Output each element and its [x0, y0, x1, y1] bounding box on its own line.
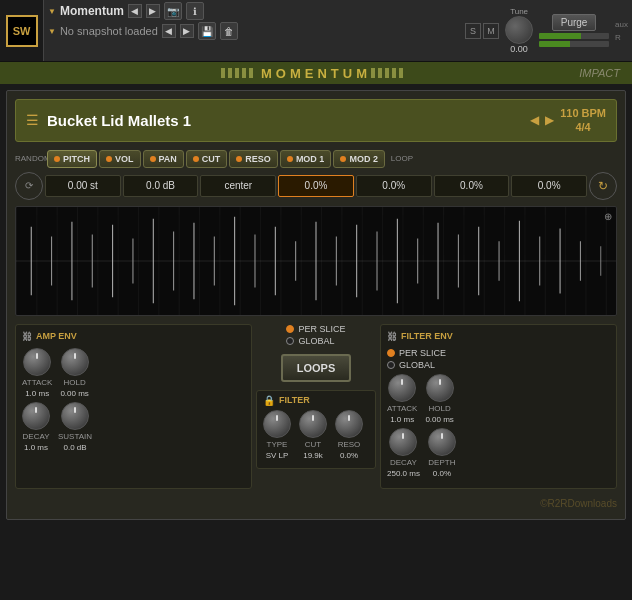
loop-label: LOOP: [387, 154, 417, 163]
filter-cut-knob[interactable]: [299, 410, 327, 438]
pitch-button[interactable]: PITCH: [47, 150, 97, 168]
loops-button[interactable]: LOOPS: [281, 354, 352, 382]
mod1-value[interactable]: 0.0%: [434, 175, 510, 197]
mod2-value[interactable]: 0.0%: [511, 175, 587, 197]
fenv-attack-value: 1.0 ms: [390, 415, 414, 424]
tune-value: 0.00: [510, 44, 528, 54]
m-button[interactable]: M: [483, 23, 499, 39]
snapshot-dropdown-arrow[interactable]: ▼: [48, 27, 56, 36]
sw-logo-inner: SW: [6, 15, 38, 47]
fenv-decay-knob[interactable]: [389, 428, 417, 456]
s-button[interactable]: S: [465, 23, 481, 39]
cut-button[interactable]: CUT: [186, 150, 228, 168]
global-radio-left[interactable]: GLOBAL: [286, 336, 345, 346]
tune-area: Tune 0.00: [505, 7, 533, 54]
preset-prev[interactable]: ◀: [530, 113, 539, 127]
menu-icon[interactable]: ☰: [26, 112, 39, 128]
reso-dot: [236, 156, 242, 162]
per-slice-label-left: PER SLICE: [298, 324, 345, 334]
snapshot-prev[interactable]: ◀: [162, 24, 176, 38]
filter-reso-knob[interactable]: [335, 410, 363, 438]
mod1-button[interactable]: MOD 1: [280, 150, 332, 168]
instrument-prev[interactable]: ◀: [128, 4, 142, 18]
fenv-depth-knob[interactable]: [428, 428, 456, 456]
tune-knob[interactable]: [505, 16, 533, 44]
amp-sustain-knob[interactable]: [61, 402, 89, 430]
per-slice-dot-right: [387, 349, 395, 357]
amp-hold-knob[interactable]: [61, 348, 89, 376]
camera-icon[interactable]: 📷: [164, 2, 182, 20]
filter-lock-icon[interactable]: 🔒: [263, 395, 275, 406]
pan-value[interactable]: center: [200, 175, 276, 197]
filter-reso-label: RESO: [338, 440, 361, 449]
impact-label: IMPACT: [579, 67, 620, 79]
instrument-dropdown-arrow[interactable]: ▼: [48, 7, 56, 16]
fenv-depth-value: 0.0%: [433, 469, 451, 478]
level-bars: [539, 33, 609, 47]
snapshot-save-icon[interactable]: 💾: [198, 22, 216, 40]
level-bar-2: [539, 41, 609, 47]
filter-cut-group: CUT 19.9k: [299, 410, 327, 460]
dot4: [242, 68, 246, 78]
bpm-display: 110 BPM 4/4: [560, 106, 606, 135]
pan-button[interactable]: PAN: [143, 150, 184, 168]
amp-attack-value: 1.0 ms: [25, 389, 49, 398]
preset-name: Bucket Lid Mallets 1: [47, 112, 191, 129]
instrument-next[interactable]: ▶: [146, 4, 160, 18]
reso-button[interactable]: RESO: [229, 150, 278, 168]
loop-button[interactable]: ↻: [589, 172, 617, 200]
r-label: R: [615, 33, 628, 42]
filter-env-chain-icon: ⛓: [387, 331, 397, 342]
cut-value[interactable]: 0.0%: [278, 175, 354, 197]
per-slice-radio-left[interactable]: PER SLICE: [286, 324, 345, 334]
pitch-dot: [54, 156, 60, 162]
snapshot-label: No snapshot loaded: [60, 25, 158, 37]
per-slice-radio-right[interactable]: PER SLICE: [387, 348, 446, 358]
title-dots-left: [221, 68, 253, 78]
filter-reso-value: 0.0%: [340, 451, 358, 460]
snapshot-delete-icon[interactable]: 🗑: [220, 22, 238, 40]
random-icon[interactable]: ⟳: [15, 172, 43, 200]
fenv-hold-knob[interactable]: [426, 374, 454, 402]
global-label-left: GLOBAL: [298, 336, 334, 346]
filter-header: 🔒 FILTER: [263, 395, 369, 406]
sw-logo: SW: [0, 0, 44, 61]
title-band: MOMENTUM IMPACT: [0, 62, 632, 84]
amp-attack-group: ATTACK 1.0 ms: [22, 348, 52, 398]
snapshot-next[interactable]: ▶: [180, 24, 194, 38]
fenv-depth-label: DEPTH: [428, 458, 455, 467]
amp-attack-label: ATTACK: [22, 378, 52, 387]
dot10: [399, 68, 403, 78]
param-values-row: ⟳ 0.00 st 0.0 dB center 0.0% 0.0% 0.0% 0…: [15, 172, 617, 200]
filter-type-knob[interactable]: [263, 410, 291, 438]
mod2-button[interactable]: MOD 2: [333, 150, 385, 168]
pitch-value[interactable]: 0.00 st: [45, 175, 121, 197]
bpm-value: 110 BPM: [560, 106, 606, 120]
amp-decay-knob[interactable]: [22, 402, 50, 430]
waveform-container[interactable]: ⊕: [15, 206, 617, 316]
info-icon[interactable]: ℹ: [186, 2, 204, 20]
amp-attack-knob[interactable]: [23, 348, 51, 376]
preset-next[interactable]: ▶: [545, 113, 554, 127]
fenv-depth-group: DEPTH 0.0%: [428, 428, 456, 478]
instrument-name: Momentum: [60, 4, 124, 18]
vol-button[interactable]: VOL: [99, 150, 141, 168]
left-slice-global: PER SLICE GLOBAL: [286, 324, 345, 346]
vol-dot: [106, 156, 112, 162]
main-content: ☰ Bucket Lid Mallets 1 ◀ ▶ 110 BPM 4/4 R…: [6, 90, 626, 520]
fenv-attack-knob[interactable]: [388, 374, 416, 402]
reso-value[interactable]: 0.0%: [356, 175, 432, 197]
global-radio-right[interactable]: GLOBAL: [387, 360, 446, 370]
amp-sustain-value: 0.0 dB: [63, 443, 86, 452]
filter-env-knob-row-2: DECAY 250.0 ms DEPTH 0.0%: [387, 428, 610, 478]
dot6: [371, 68, 375, 78]
purge-button[interactable]: Purge: [552, 14, 597, 31]
purge-area: Purge: [539, 14, 609, 47]
amp-hold-group: HOLD 0.00 ms: [60, 348, 88, 398]
filter-section: 🔒 FILTER TYPE SV LP CUT 19.9k: [256, 390, 376, 469]
mod1-dot: [287, 156, 293, 162]
dot8: [385, 68, 389, 78]
vol-value[interactable]: 0.0 dB: [123, 175, 199, 197]
filter-env-knob-row-1: ATTACK 1.0 ms HOLD 0.00 ms: [387, 374, 610, 424]
amp-hold-value: 0.00 ms: [60, 389, 88, 398]
